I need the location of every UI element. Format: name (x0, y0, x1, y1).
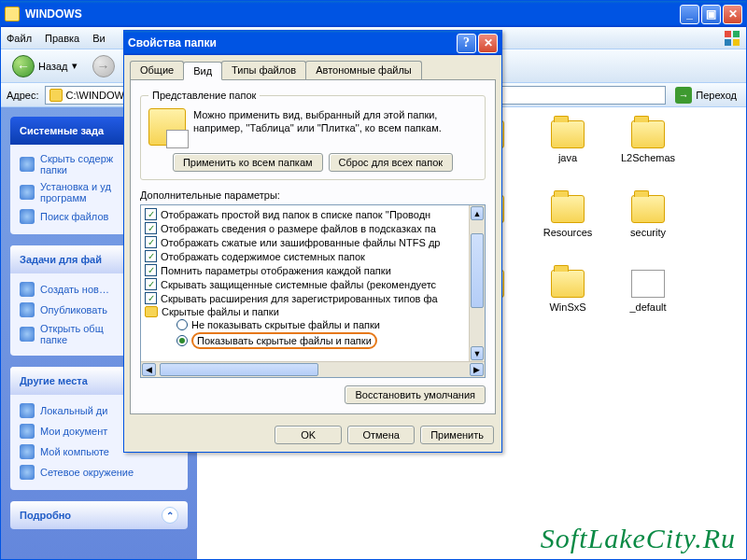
checkbox[interactable] (145, 250, 157, 262)
window-title: WINDOWS (25, 7, 82, 21)
maximize-button[interactable]: ▣ (701, 5, 721, 24)
menu-view[interactable]: Ви (92, 33, 105, 44)
tab-0[interactable]: Общие (130, 61, 184, 79)
panel-item[interactable]: Сетевое окружение (20, 462, 178, 483)
share-icon (20, 327, 35, 342)
folder-icon (631, 195, 665, 223)
checkbox[interactable] (145, 236, 157, 248)
dialog-titlebar[interactable]: Свойства папки ? ✕ (124, 31, 501, 55)
help-button[interactable]: ? (457, 34, 476, 53)
tree-row[interactable]: Отображать сжатые или зашифрованные файл… (143, 235, 483, 249)
tree-row[interactable]: Отображать сведения о размере файлов в п… (143, 221, 483, 235)
tree-label: Отображать сжатые или зашифрованные файл… (161, 237, 440, 248)
menu-file[interactable]: Файл (7, 33, 32, 44)
tree-row[interactable]: Скрывать расширения для зарегистрированн… (143, 291, 483, 305)
scroll-up-icon[interactable]: ▲ (471, 206, 484, 220)
tab-2[interactable]: Типы файлов (221, 61, 306, 79)
back-arrow-icon: ← (12, 55, 35, 77)
go-button[interactable]: → Переход (671, 87, 740, 104)
new-folder-icon (20, 282, 35, 297)
item-label: Resources (543, 227, 593, 239)
svg-rect-3 (733, 39, 740, 46)
tree-row[interactable]: Показывать скрытые файлы и папки (143, 331, 483, 350)
radio[interactable] (176, 335, 188, 346)
folder-item[interactable]: L2Schemas (608, 117, 688, 191)
close-button[interactable]: ✕ (723, 5, 742, 24)
folder-options-dialog: Свойства папки ? ✕ ОбщиеВидТипы файловАв… (123, 30, 502, 453)
file-icon (631, 270, 665, 298)
panel-item-label: Мой компьюте (40, 446, 109, 457)
folder-item[interactable]: Resources (528, 191, 608, 266)
item-label: L2Schemas (621, 152, 675, 164)
tree-row[interactable]: Скрывать защищенные системные файлы (рек… (143, 277, 483, 291)
folder-icon (145, 306, 158, 317)
folder-item[interactable]: java (528, 117, 608, 191)
checkbox[interactable] (145, 222, 157, 234)
panel-title: Другие места (20, 375, 88, 386)
chevron-icon[interactable]: ⌃ (162, 507, 178, 524)
apply-button[interactable]: Применить (420, 426, 494, 444)
checkbox[interactable] (145, 278, 157, 290)
tab-strip: ОбщиеВидТипы файловАвтономные файлы (130, 61, 496, 80)
tree-label: Скрытые файлы и папки (162, 306, 279, 317)
go-arrow-icon: → (675, 87, 692, 104)
panel-item-label: Сетевое окружение (40, 467, 134, 478)
apply-to-all-button[interactable]: Применить ко всем папкам (173, 153, 323, 172)
tree-row[interactable]: Отображать простой вид папок в списке па… (143, 207, 483, 221)
ok-button[interactable]: OK (275, 426, 342, 444)
address-value: C:\WINDOW (66, 90, 124, 101)
tab-1[interactable]: Вид (183, 62, 222, 80)
advanced-options-tree[interactable]: Отображать простой вид папок в списке па… (140, 204, 486, 378)
restore-defaults-button[interactable]: Восстановить умолчания (345, 385, 486, 404)
svg-rect-0 (725, 31, 731, 37)
folder-icon (551, 270, 585, 298)
folder-icon (49, 89, 63, 102)
svg-rect-2 (725, 39, 731, 46)
panel-item-label: Локальный ди (40, 405, 107, 416)
scroll-down-icon[interactable]: ▼ (471, 346, 484, 360)
scroll-right-icon[interactable]: ▶ (470, 363, 484, 376)
menu-edit[interactable]: Правка (45, 33, 79, 44)
tab-3[interactable]: Автономные файлы (305, 61, 422, 79)
tree-label: Отображать содержимое системных папок (161, 251, 365, 262)
panel-item-label: Мои документ (40, 426, 107, 437)
tree-row[interactable]: Скрытые файлы и папки (143, 305, 483, 318)
panel-item-label: Поиск файлов (40, 211, 108, 222)
panel-group: Подробно⌃ (10, 501, 188, 529)
item-label: WinSxS (549, 301, 585, 314)
horizontal-scrollbar[interactable]: ◀ ▶ (141, 361, 485, 377)
panel-title: Системные зада (20, 125, 104, 136)
checkbox[interactable] (145, 264, 157, 276)
folder-icon (551, 195, 585, 223)
advanced-label: Дополнительные параметры: (140, 189, 486, 201)
scroll-thumb[interactable] (160, 363, 318, 376)
dialog-title: Свойства папки (128, 36, 217, 49)
folder-item[interactable]: security (608, 191, 688, 266)
minimize-button[interactable]: _ (680, 5, 699, 24)
folder-item[interactable]: WinSxS (528, 266, 608, 341)
dialog-close-button[interactable]: ✕ (478, 34, 498, 53)
checkbox[interactable] (145, 208, 157, 220)
cancel-button[interactable]: Отмена (347, 426, 415, 444)
computer-icon (20, 444, 35, 459)
tree-label: Скрывать расширения для зарегистрированн… (161, 293, 438, 304)
scroll-thumb[interactable] (471, 233, 484, 308)
tree-row[interactable]: Не показывать скрытые файлы и папки (143, 318, 483, 331)
tree-label: Показывать скрытые файлы и папки (191, 332, 377, 349)
dialog-button-row: OK Отмена Применить (124, 420, 501, 452)
dropdown-arrow-icon: ▾ (72, 60, 78, 72)
explorer-titlebar[interactable]: WINDOWS _ ▣ ✕ (1, 1, 746, 27)
panel-head[interactable]: Подробно⌃ (10, 501, 188, 529)
reset-all-button[interactable]: Сброс для всех папок (329, 153, 454, 172)
tree-row[interactable]: Помнить параметры отображения каждой пап… (143, 263, 483, 277)
nav-back-button[interactable]: ← Назад ▾ (7, 53, 83, 79)
svg-rect-1 (733, 31, 740, 37)
nav-forward-button[interactable]: → (87, 53, 120, 79)
vertical-scrollbar[interactable]: ▲ ▼ (469, 205, 485, 361)
scroll-left-icon[interactable]: ◀ (142, 363, 156, 376)
checkbox[interactable] (145, 292, 157, 304)
tree-row[interactable]: Отображать содержимое системных папок (143, 249, 483, 263)
tree-label: Помнить параметры отображения каждой пап… (161, 265, 391, 276)
folder-item[interactable]: _default (608, 266, 688, 341)
radio[interactable] (176, 319, 188, 330)
